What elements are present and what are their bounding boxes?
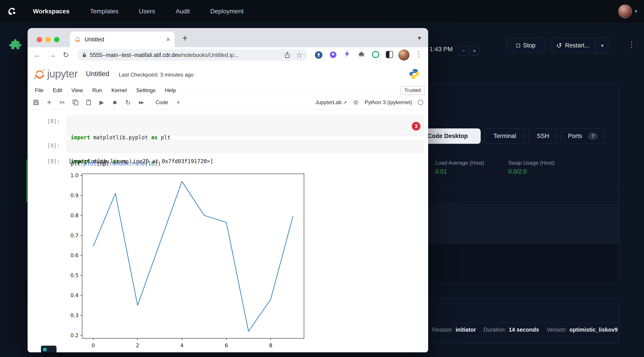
jupyter-favicon bbox=[74, 36, 81, 43]
back-icon[interactable]: ← bbox=[34, 50, 42, 60]
chevron-down-icon: ▾ bbox=[177, 100, 179, 105]
run-cell-icon[interactable]: ▶ bbox=[96, 98, 107, 107]
browser-menu-icon[interactable]: ⋮ bbox=[415, 50, 422, 59]
code-cell-input[interactable]: plt.plot(np.random.rand(10)) bbox=[67, 140, 424, 152]
restart-options-button[interactable]: ▾ bbox=[596, 38, 609, 53]
lock-icon[interactable] bbox=[82, 52, 87, 58]
svg-text:0.2: 0.2 bbox=[70, 332, 78, 338]
chevron-down-icon[interactable]: ▾ bbox=[635, 8, 637, 14]
jupyter-logo-icon[interactable] bbox=[34, 68, 46, 81]
checkpoint-status: Last Checkpoint: 3 minutes ago bbox=[119, 72, 194, 78]
lightning-icon[interactable] bbox=[344, 50, 350, 58]
profile-avatar[interactable] bbox=[398, 50, 410, 60]
menu-kernel[interactable]: Kernel bbox=[112, 87, 127, 94]
cut-cell-icon[interactable]: ✂ bbox=[57, 98, 68, 107]
coder-logo-icon[interactable] bbox=[7, 6, 17, 16]
restart-icon: ↺ bbox=[556, 42, 562, 50]
ssh-button[interactable]: SSH bbox=[529, 128, 557, 144]
extensions-puzzle-icon[interactable] bbox=[358, 51, 365, 59]
settings-gear-icon[interactable] bbox=[353, 99, 359, 106]
jupyter-menubar: File Edit View Run Kernel Settings Help … bbox=[28, 85, 428, 96]
menu-run[interactable]: Run bbox=[92, 87, 102, 94]
menu-settings[interactable]: Settings bbox=[136, 87, 156, 94]
cell-type-select[interactable]: Code ▾ bbox=[152, 98, 182, 107]
jupyterlab-link[interactable]: JupyterLab ↗ bbox=[315, 99, 347, 106]
svg-text:0.8: 0.8 bbox=[70, 212, 78, 218]
stat-value: 0.01 bbox=[435, 168, 484, 175]
menu-help[interactable]: Help bbox=[165, 87, 176, 94]
stat-value: 0.0/2.0 bbox=[508, 168, 554, 175]
duration-label: Duration: bbox=[484, 326, 506, 333]
extension-icon-green[interactable] bbox=[372, 51, 379, 58]
address-bar-row: ← → ↻ 5555--main--test--matifali.atif.cd… bbox=[28, 47, 428, 63]
svg-text:1.0: 1.0 bbox=[70, 172, 78, 178]
python-logo-icon bbox=[408, 68, 420, 80]
cell-input-prompt: [8]: bbox=[40, 118, 60, 124]
menu-view[interactable]: View bbox=[72, 87, 83, 94]
browser-tab[interactable]: Untitled × bbox=[70, 32, 175, 47]
version-label: Version: bbox=[546, 326, 566, 333]
external-link-icon: ↗ bbox=[343, 100, 347, 105]
minimize-window-button[interactable] bbox=[46, 37, 51, 42]
save-icon[interactable] bbox=[31, 98, 42, 107]
restart-kernel-icon[interactable]: ↻ bbox=[122, 98, 133, 107]
jupyter-wordmark: jupyter bbox=[47, 68, 78, 80]
active-indicator bbox=[26, 159, 27, 202]
svg-text:0.6: 0.6 bbox=[70, 252, 78, 258]
nav-users[interactable]: Users bbox=[139, 8, 155, 15]
share-icon[interactable] bbox=[284, 52, 290, 58]
copy-cell-icon[interactable] bbox=[70, 98, 81, 107]
add-cell-icon[interactable]: + bbox=[44, 98, 54, 107]
svg-text:8: 8 bbox=[269, 342, 272, 348]
stat-label: Swap Usage (Host) bbox=[508, 160, 554, 166]
nav-deployment[interactable]: Deployment bbox=[210, 8, 244, 15]
url-path: /notebooks/Untitled.ip... bbox=[180, 52, 238, 58]
terminal-button[interactable]: Terminal bbox=[484, 128, 525, 144]
maximize-window-button[interactable] bbox=[54, 37, 60, 42]
nav-templates[interactable]: Templates bbox=[90, 8, 118, 15]
puzzle-icon[interactable] bbox=[8, 38, 23, 54]
reload-icon[interactable]: ↻ bbox=[63, 50, 69, 60]
reason-value: initiator bbox=[456, 326, 476, 333]
close-tab-icon[interactable]: × bbox=[166, 36, 170, 43]
menu-edit[interactable]: Edit bbox=[53, 87, 62, 94]
nav-workspaces[interactable]: Workspaces bbox=[33, 8, 70, 15]
trusted-button[interactable]: Trusted bbox=[400, 86, 424, 94]
svg-text:2: 2 bbox=[136, 342, 139, 348]
ports-button[interactable]: Ports 7 bbox=[561, 128, 605, 144]
paste-cell-icon[interactable] bbox=[83, 98, 94, 107]
notebook-title[interactable]: Untitled bbox=[86, 70, 109, 78]
build-meta: Reason: initiator Duration: 14 seconds V… bbox=[432, 326, 623, 333]
minus-button[interactable]: − bbox=[458, 46, 468, 56]
tab-strip: Untitled × + ▾ bbox=[28, 28, 428, 47]
new-tab-button[interactable]: + bbox=[180, 34, 190, 43]
restart-run-all-icon[interactable]: ▶▶ bbox=[136, 98, 146, 107]
close-window-button[interactable] bbox=[37, 37, 42, 42]
plus-button[interactable]: + bbox=[470, 46, 479, 56]
restart-button[interactable]: ↺ Restart... bbox=[550, 38, 595, 53]
stop-button[interactable]: Stop bbox=[507, 38, 545, 53]
url-domain: 5555--main--test--matifali.atif.cdr.dev bbox=[90, 52, 180, 58]
jupyter-toolbar: + ✂ ▶ ■ ↻ ▶▶ Code ▾ bbox=[28, 96, 428, 109]
svg-text:6: 6 bbox=[225, 342, 228, 348]
address-bar[interactable]: 5555--main--test--matifali.atif.cdr.dev … bbox=[77, 49, 307, 61]
menu-file[interactable]: File bbox=[35, 87, 44, 94]
interrupt-kernel-icon[interactable]: ■ bbox=[110, 98, 120, 107]
bookmark-star-icon[interactable]: ☆ bbox=[296, 51, 302, 59]
darkreader-icon[interactable] bbox=[386, 51, 393, 58]
nav-audit[interactable]: Audit bbox=[176, 8, 190, 15]
code-cell-input[interactable]: import matplotlib.pyplot as plt import n… bbox=[67, 116, 424, 136]
forward-icon[interactable]: → bbox=[48, 50, 56, 60]
extension-icon-purple[interactable] bbox=[329, 51, 337, 60]
svg-text:0.4: 0.4 bbox=[70, 292, 78, 298]
onepassword-icon[interactable] bbox=[315, 51, 323, 60]
kernel-name[interactable]: Python 3 (ipykernel) bbox=[365, 99, 412, 106]
user-avatar[interactable] bbox=[618, 4, 632, 18]
screen: Workspaces Templates Users Audit Deploym… bbox=[0, 0, 644, 357]
stat-label: Load Average (Host) bbox=[435, 160, 484, 166]
restart-label: Restart... bbox=[565, 42, 590, 49]
tab-search-chevron-icon[interactable]: ▾ bbox=[418, 34, 421, 42]
restart-split-button: ↺ Restart... ▾ bbox=[550, 38, 610, 53]
stop-icon bbox=[516, 44, 520, 48]
more-options-button[interactable]: ⋮ bbox=[628, 40, 636, 50]
